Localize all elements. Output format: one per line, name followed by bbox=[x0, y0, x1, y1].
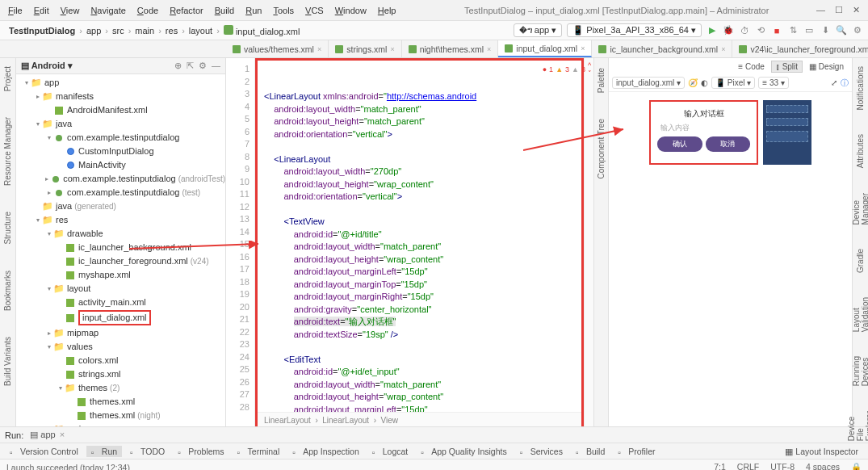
indent-info[interactable]: 4 spaces bbox=[806, 462, 840, 470]
project-tool-window[interactable]: ▤ Android ▾ ⊕ ⇱ ⚙ — ▾📁app▸📁manifestsAndr… bbox=[16, 58, 226, 426]
tree-node[interactable]: ic_launcher_background.xml bbox=[16, 241, 225, 254]
editor-tab[interactable]: night\themes.xml× bbox=[402, 40, 499, 57]
tree-node[interactable]: CustomInputDialog bbox=[16, 145, 225, 158]
readonly-icon[interactable]: 🔒 bbox=[851, 462, 862, 470]
breadcrumb-item[interactable]: TestInputDialog bbox=[5, 26, 79, 36]
tree-node[interactable]: ▾📁layout bbox=[16, 282, 225, 296]
refresh-preview-icon[interactable]: ⓘ bbox=[841, 78, 849, 89]
tree-node[interactable]: ▸📁xml bbox=[16, 422, 225, 426]
tool-stripe-attributes[interactable]: Attributes bbox=[856, 129, 865, 173]
tool-window-version-control[interactable]: ▫Version Control bbox=[5, 446, 83, 457]
tool-stripe-gradle[interactable]: Gradle bbox=[856, 244, 865, 278]
tool-stripe-notifications[interactable]: Notifications bbox=[856, 61, 865, 115]
menu-build[interactable]: Build bbox=[210, 3, 239, 18]
tree-node[interactable]: ▸com.example.testinputdialog(test) bbox=[16, 186, 225, 199]
run-tab-app[interactable]: ▤ app × bbox=[23, 430, 71, 440]
menu-tools[interactable]: Tools bbox=[268, 3, 299, 18]
tool-window-run[interactable]: ▫Run bbox=[86, 446, 122, 457]
inspection-badge[interactable]: ●1 ▲3 ▲8 ^ ˅ bbox=[543, 61, 592, 78]
editor-tab[interactable]: values/themes.xml× bbox=[226, 40, 329, 57]
tool-window-profiler[interactable]: ▫Profiler bbox=[613, 446, 660, 457]
profiler-button[interactable]: ⏱ bbox=[739, 25, 750, 36]
debug-button[interactable]: 🐞 bbox=[723, 25, 734, 36]
tree-node[interactable]: ▸📁mipmap bbox=[16, 326, 225, 340]
orientation-icon[interactable]: 🧭 bbox=[688, 78, 698, 87]
tree-node[interactable]: input_dialog.xml bbox=[16, 309, 225, 326]
file-encoding[interactable]: UTF-8 bbox=[770, 462, 795, 470]
tool-stripe-palette[interactable]: Palette bbox=[597, 63, 606, 98]
select-opened-file-icon[interactable]: ⊕ bbox=[174, 61, 182, 71]
breadcrumb-item[interactable]: input_dialog.xml bbox=[220, 25, 304, 36]
tree-node[interactable]: ▸com.example.testinputdialog(androidTest… bbox=[16, 172, 225, 186]
avd-button[interactable]: ▭ bbox=[803, 25, 815, 36]
run-button[interactable]: ▶ bbox=[707, 25, 718, 36]
close-icon[interactable]: × bbox=[487, 45, 491, 53]
preview-device-selector[interactable]: 📱 Pixel ▾ bbox=[711, 77, 755, 89]
menu-run[interactable]: Run bbox=[241, 3, 266, 18]
tool-window-services[interactable]: ▫Services bbox=[515, 446, 568, 457]
stop-button[interactable]: ■ bbox=[771, 25, 782, 36]
tool-stripe-structure[interactable]: Structure bbox=[3, 207, 12, 250]
error-stripe[interactable]: ●1 ▲3 ▲8 ^ ˅ bbox=[584, 58, 593, 426]
settings-icon[interactable]: ⚙ bbox=[852, 25, 863, 36]
close-icon[interactable]: ✕ bbox=[853, 5, 860, 15]
tool-window-app-quality-insights[interactable]: ▫App Quality Insights bbox=[416, 446, 511, 457]
close-icon[interactable]: × bbox=[721, 45, 725, 53]
tree-node[interactable]: ic_launcher_foreground.xml(v24) bbox=[16, 254, 225, 268]
tool-stripe-device-file-explorer[interactable]: Device File Explorer bbox=[847, 406, 868, 446]
close-icon[interactable]: × bbox=[390, 45, 394, 53]
close-icon[interactable]: × bbox=[317, 45, 321, 53]
tool-window-logcat[interactable]: ▫Logcat bbox=[367, 446, 413, 457]
preview-surface[interactable]: 输入对话框 输入内容 确认 取消 bbox=[609, 92, 852, 426]
menu-view[interactable]: View bbox=[56, 3, 85, 18]
line-separator[interactable]: CRLF bbox=[737, 462, 759, 470]
tool-window-terminal[interactable]: ▫Terminal bbox=[233, 446, 285, 457]
tool-stripe-bookmarks[interactable]: Bookmarks bbox=[3, 266, 12, 316]
menu-window[interactable]: Window bbox=[330, 3, 371, 18]
tool-window-app-inspection[interactable]: ▫App Inspection bbox=[287, 446, 363, 457]
breadcrumb-item[interactable]: src bbox=[108, 26, 128, 36]
design-file-selector[interactable]: input_dialog.xml ▾ bbox=[612, 77, 685, 89]
editor-tab[interactable]: strings.xml× bbox=[329, 40, 401, 57]
layout-inspector-button[interactable]: ▦ Layout Inspector bbox=[780, 446, 863, 457]
search-icon[interactable]: 🔍 bbox=[836, 25, 847, 36]
collapse-all-icon[interactable]: ⇱ bbox=[187, 61, 194, 71]
caret-position[interactable]: 7:1 bbox=[714, 462, 726, 470]
breadcrumb-item[interactable]: res bbox=[161, 26, 182, 36]
editor-tab[interactable]: input_dialog.xml× bbox=[498, 40, 592, 57]
tree-node[interactable]: MainActivity bbox=[16, 158, 225, 172]
tool-stripe-running-devices[interactable]: Running Devices bbox=[852, 351, 869, 391]
menu-file[interactable]: File bbox=[3, 3, 27, 18]
tool-stripe-build-variants[interactable]: Build Variants bbox=[3, 332, 12, 391]
preview-api-selector[interactable]: ≡ 33 ▾ bbox=[758, 77, 789, 89]
device-selector[interactable]: 📱 Pixel_3a_API_33_x86_64 ▾ bbox=[567, 23, 702, 37]
sync-button[interactable]: ⇅ bbox=[787, 25, 799, 36]
code-view-button[interactable]: ≡ Code bbox=[733, 61, 769, 73]
editor-tab[interactable]: v24\ic_launcher_foreground.xml× bbox=[732, 40, 868, 57]
tool-window-todo[interactable]: ▫TODO bbox=[125, 446, 170, 457]
tool-window-problems[interactable]: ▫Problems bbox=[173, 446, 229, 457]
run-config-selector[interactable]: �ግ app ▾ bbox=[514, 23, 562, 37]
breadcrumb-item[interactable]: app bbox=[82, 26, 105, 36]
menu-vcs[interactable]: VCS bbox=[300, 3, 329, 18]
tool-stripe-device-manager[interactable]: Device Manager bbox=[852, 188, 869, 229]
tree-node[interactable]: myshape.xml bbox=[16, 268, 225, 282]
hide-icon[interactable]: — bbox=[212, 61, 220, 71]
tree-node[interactable]: ▾📁java bbox=[16, 117, 225, 131]
tree-header[interactable]: ▤ Android ▾ ⊕ ⇱ ⚙ — bbox=[16, 58, 225, 74]
tree-node[interactable]: themes.xml(night) bbox=[16, 409, 225, 422]
code-editor[interactable]: <LinearLayout xmlns:android="http://sche… bbox=[255, 58, 584, 426]
menu-help[interactable]: Help bbox=[373, 3, 401, 18]
tool-stripe-layout-validation[interactable]: Layout Validation bbox=[852, 292, 869, 337]
menu-code[interactable]: Code bbox=[132, 3, 163, 18]
code-breadcrumb[interactable]: LinearLayout › LinearLayout › View bbox=[258, 412, 581, 426]
tree-node[interactable]: activity_main.xml bbox=[16, 296, 225, 309]
tree-node[interactable]: themes.xml bbox=[16, 395, 225, 409]
maximize-icon[interactable]: ☐ bbox=[835, 5, 843, 15]
settings-icon[interactable]: ⚙ bbox=[199, 61, 207, 71]
minimize-icon[interactable]: — bbox=[816, 5, 825, 15]
breadcrumb-item[interactable]: main bbox=[131, 26, 158, 36]
close-icon[interactable]: × bbox=[60, 430, 65, 439]
tree-node[interactable]: colors.xml bbox=[16, 354, 225, 367]
tree-node[interactable]: ▾com.example.testinputdialog bbox=[16, 131, 225, 145]
